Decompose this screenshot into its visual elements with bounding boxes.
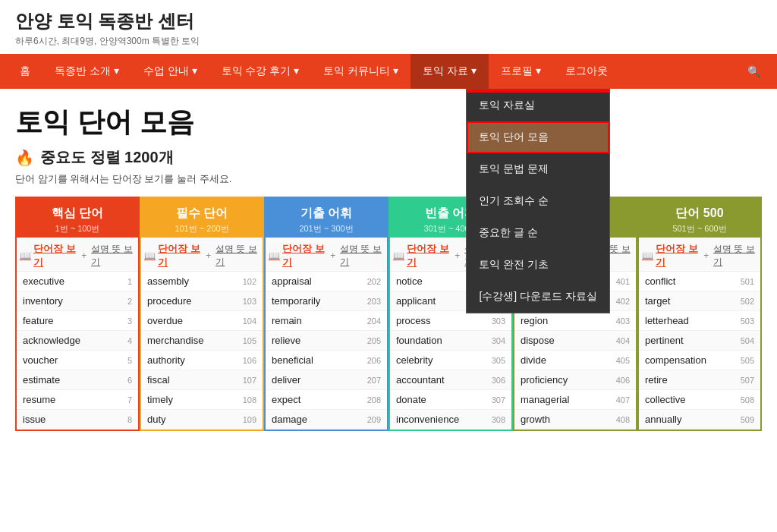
- word-count-subtitle: 중요도 정렬 1200개: [40, 147, 174, 168]
- word-text: collective: [645, 394, 685, 405]
- word-num: 205: [367, 336, 381, 345]
- word-num: 501: [741, 277, 754, 286]
- word-num: 4: [127, 336, 132, 345]
- word-num: 304: [492, 336, 505, 345]
- word-text: authority: [147, 354, 185, 366]
- word-num: 305: [492, 356, 505, 365]
- word-text: merchandise: [147, 335, 203, 346]
- flashcard-row-1: 📖 단어장 보기 + 설명 뜻 보기: [141, 238, 263, 272]
- word-text: remain: [272, 315, 302, 326]
- nav-curriculum[interactable]: 수업 안내 ▾: [131, 54, 209, 89]
- nav-class-intro[interactable]: 독종반 소개 ▾: [42, 54, 131, 89]
- word-row: compensation505: [639, 351, 760, 370]
- subtitle-row: 🔥 중요도 정렬 1200개: [15, 147, 762, 168]
- nav-reviews[interactable]: 토익 수강 후기 ▾: [209, 54, 312, 89]
- col-header-1: 필수 단어101번 ~ 200번: [141, 198, 263, 238]
- word-row: accountant306: [390, 370, 511, 390]
- flashcard-link-5[interactable]: 📖 단어장 보기: [642, 242, 699, 269]
- word-text: fiscal: [147, 374, 170, 386]
- word-row: duty109: [141, 410, 263, 430]
- fire-icon: 🔥: [15, 149, 34, 167]
- word-row: process303: [390, 311, 511, 331]
- col-title-5: 단어 500: [645, 206, 754, 222]
- word-num: 105: [243, 336, 256, 345]
- book-icon-1: 📖: [144, 250, 156, 261]
- word-text: annually: [645, 414, 681, 425]
- word-column-5: 단어 500501번 ~ 600번 📖 단어장 보기 + 설명 뜻 보기 con…: [637, 197, 762, 431]
- word-text: conflict: [645, 275, 675, 287]
- nav-resources[interactable]: 토익 자료 ▾: [411, 54, 489, 89]
- meaning-link-0[interactable]: 설명 뜻 보기: [91, 243, 135, 269]
- word-num: 103: [243, 297, 256, 306]
- word-row: foundation304: [390, 331, 511, 351]
- nav-profile[interactable]: 프로필 ▾: [489, 54, 553, 89]
- word-row: relieve205: [266, 331, 387, 351]
- word-row: voucher5: [17, 351, 138, 370]
- word-column-1: 필수 단어101번 ~ 200번 📖 단어장 보기 + 설명 뜻 보기 asse…: [140, 197, 264, 431]
- word-num: 503: [741, 316, 754, 326]
- word-text: donate: [396, 394, 426, 405]
- word-num: 204: [367, 316, 381, 326]
- word-num: 5: [127, 356, 132, 365]
- word-text: feature: [23, 315, 53, 326]
- site-title: 안양 토익 독종반 센터: [15, 9, 762, 33]
- flashcard-link-2[interactable]: 📖 단어장 보기: [269, 242, 326, 269]
- word-row: region403: [514, 311, 636, 331]
- nav-logout[interactable]: 로그아웃: [553, 54, 620, 89]
- word-row: expect208: [266, 390, 387, 410]
- word-row: temporarily203: [266, 291, 387, 311]
- meaning-link-1[interactable]: 설명 뜻 보기: [215, 243, 260, 269]
- dropdown-item-basics[interactable]: 토익 완전 기초: [467, 249, 609, 281]
- col-header-0: 핵심 단어1번 ~ 100번: [17, 198, 138, 238]
- word-columns: 핵심 단어1번 ~ 100번 📖 단어장 보기 + 설명 뜻 보기 execut…: [15, 197, 762, 431]
- word-row: donate307: [390, 390, 511, 410]
- word-num: 208: [367, 395, 381, 405]
- word-num: 109: [243, 415, 256, 424]
- word-text: process: [396, 315, 431, 326]
- word-row: acknowledge4: [17, 331, 138, 351]
- col-title-1: 필수 단어: [147, 206, 256, 222]
- meaning-link-2[interactable]: 설명 뜻 보기: [340, 243, 384, 269]
- word-num: 209: [367, 415, 381, 424]
- flashcard-link-1[interactable]: 📖 단어장 보기: [144, 242, 201, 269]
- word-num: 508: [741, 395, 754, 405]
- nav-search-button[interactable]: 🔍: [738, 55, 769, 88]
- dropdown-item-grammar[interactable]: 토익 문법 문제: [467, 153, 609, 185]
- word-num: 7: [127, 395, 132, 405]
- dropdown-item-resources[interactable]: 토익 자료실: [467, 90, 609, 121]
- word-row: remain204: [266, 311, 387, 331]
- word-row: inconvenience308: [390, 410, 511, 430]
- word-row: collective508: [639, 390, 760, 410]
- nav-home[interactable]: 홈: [8, 54, 42, 89]
- word-num: 108: [243, 395, 256, 405]
- word-row: beneficial206: [266, 351, 387, 370]
- word-num: 102: [243, 277, 256, 286]
- dropdown-item-words[interactable]: 토익 단어 모음: [467, 121, 609, 153]
- word-row: managerial407: [514, 390, 636, 410]
- page-instruction: 단어 암기를 위해서는 단어장 보기를 눌러 주세요.: [15, 172, 762, 186]
- flashcard-link-0[interactable]: 📖 단어장 보기: [20, 242, 77, 269]
- nav-community[interactable]: 토익 커뮤니티 ▾: [311, 54, 411, 89]
- book-icon-2: 📖: [269, 250, 280, 261]
- flashcard-row-0: 📖 단어장 보기 + 설명 뜻 보기: [17, 238, 138, 272]
- word-num: 307: [492, 395, 505, 405]
- meaning-link-5[interactable]: 설명 뜻 보기: [713, 243, 757, 269]
- flashcard-link-3[interactable]: 📖 단어장 보기: [393, 242, 450, 269]
- word-row: executive1: [17, 272, 138, 291]
- word-text: retire: [645, 374, 668, 386]
- dropdown-item-popular[interactable]: 인기 조회수 순: [467, 185, 609, 217]
- dropdown-item-important[interactable]: 중요한 글 순: [467, 217, 609, 249]
- word-row: target502: [639, 291, 760, 311]
- col-header-5: 단어 500501번 ~ 600번: [639, 198, 760, 238]
- word-text: foundation: [396, 335, 442, 346]
- word-text: target: [645, 295, 670, 307]
- word-row: conflict501: [639, 272, 760, 291]
- word-text: inconvenience: [396, 414, 459, 425]
- word-row: retire507: [639, 370, 760, 390]
- word-text: appraisal: [272, 275, 312, 287]
- main-nav: 홈 독종반 소개 ▾ 수업 안내 ▾ 토익 수강 후기 ▾ 토익 커뮤니티 ▾ …: [0, 54, 777, 89]
- dropdown-item-download[interactable]: [수강생] 다운로드 자료실: [467, 281, 609, 313]
- word-num: 303: [492, 316, 505, 326]
- flashcard-row-5: 📖 단어장 보기 + 설명 뜻 보기: [639, 238, 760, 272]
- book-icon-3: 📖: [393, 250, 404, 261]
